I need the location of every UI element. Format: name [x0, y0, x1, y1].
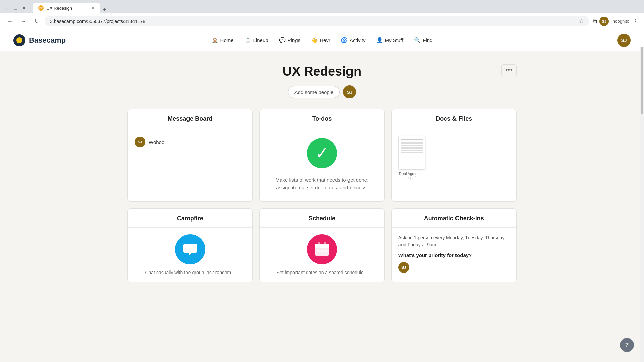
- profile-icon[interactable]: SJ: [599, 17, 609, 26]
- docs-body: Deal Agreement.pdf: [392, 128, 516, 188]
- docs-title: Docs & Files: [398, 115, 509, 122]
- address-bar[interactable]: 3.basecamp.com/5550377/projects/31341178…: [45, 16, 589, 26]
- scrollbar[interactable]: [640, 47, 644, 296]
- extensions-icon: ⧉: [593, 18, 597, 24]
- todos-description: Make lists of work that needs to get don…: [275, 176, 369, 191]
- checkins-header: Automatic Check-ins: [392, 209, 516, 228]
- chat-svg: [182, 241, 198, 257]
- message-item: SJ Wohoo!: [135, 135, 246, 149]
- active-tab[interactable]: BC UX Redesign ✕: [33, 3, 100, 13]
- svg-rect-5: [317, 250, 320, 252]
- nav-lineup[interactable]: 📋 Lineup: [240, 34, 273, 46]
- user-avatar[interactable]: SJ: [617, 34, 631, 47]
- nav-lineup-label: Lineup: [253, 37, 268, 43]
- reload-button[interactable]: ↻: [32, 17, 41, 26]
- nav-pings[interactable]: 💬 Pings: [274, 34, 305, 46]
- campfire-icon: [175, 234, 205, 264]
- doc-lines: [401, 138, 423, 167]
- home-icon: 🏠: [212, 37, 218, 43]
- doc-line: [401, 150, 423, 151]
- nav-home[interactable]: 🏠 Home: [207, 34, 238, 46]
- maximize-button[interactable]: □: [13, 4, 18, 12]
- todos-body: ✓ Make lists of work that needs to get d…: [260, 128, 384, 201]
- pings-icon: 💬: [279, 37, 286, 43]
- checkins-card[interactable]: Automatic Check-ins Asking 1 person ever…: [391, 208, 517, 282]
- scrollbar-thumb[interactable]: [641, 47, 643, 114]
- nav-hey-label: Hey!: [320, 37, 330, 43]
- back-button[interactable]: ←: [5, 17, 15, 26]
- doc-line: [401, 139, 423, 140]
- activity-icon: 🌀: [341, 37, 347, 43]
- message-board-body: SJ Wohoo!: [128, 128, 252, 156]
- bookmark-icon[interactable]: ☆: [579, 18, 584, 24]
- incognito-label: Incognito: [611, 19, 629, 24]
- close-window-button[interactable]: ✕: [21, 4, 28, 12]
- logo-inner: [16, 37, 22, 43]
- browser-nav: ← → ↻ 3.basecamp.com/5550377/projects/31…: [0, 13, 644, 29]
- message-text: Wohoo!: [149, 139, 166, 145]
- tab-title: UX Redesign: [46, 6, 72, 11]
- project-member-avatar: SJ: [343, 85, 356, 98]
- campfire-description: Chat casually with the group, ask random…: [145, 270, 235, 275]
- browser-nav-right: ⧉ SJ Incognito ⋮: [593, 17, 639, 26]
- svg-rect-2: [315, 244, 329, 248]
- svg-rect-6: [321, 250, 323, 252]
- minimize-button[interactable]: ─: [4, 4, 10, 12]
- logo-text: Basecamp: [29, 36, 66, 45]
- schedule-description: Set important dates on a shared schedule…: [277, 270, 368, 275]
- nav-hey[interactable]: 👋 Hey!: [306, 34, 335, 46]
- message-board-header: Message Board: [128, 109, 252, 128]
- nav-find-label: Find: [423, 37, 432, 43]
- hey-icon: 👋: [311, 37, 318, 43]
- project-title: UX Redesign: [127, 64, 517, 79]
- add-people-button[interactable]: Add some people: [288, 86, 340, 98]
- checkins-question: What's your priority for today?: [398, 252, 509, 258]
- campfire-card[interactable]: Campfire Chat casually with the group, a…: [127, 208, 253, 282]
- schedule-card[interactable]: Schedule Set important dates on a: [259, 208, 384, 282]
- todos-title: To-dos: [266, 115, 377, 122]
- find-icon: 🔍: [414, 37, 421, 43]
- nav-find[interactable]: 🔍 Find: [409, 34, 437, 46]
- doc-line: [401, 143, 423, 144]
- message-board-title: Message Board: [135, 115, 246, 122]
- message-avatar: SJ: [135, 137, 145, 147]
- browser-menu-button[interactable]: ⋮: [632, 17, 639, 25]
- doc-line: [401, 145, 423, 146]
- app-header: Basecamp 🏠 Home 📋 Lineup 💬 Pings 👋 Hey! …: [0, 29, 644, 51]
- browser-chrome: ─ □ ✕ BC UX Redesign ✕ + ← → ↻ 3.basecam…: [0, 0, 644, 29]
- app-logo[interactable]: Basecamp: [13, 34, 66, 46]
- schedule-icon: [307, 234, 337, 264]
- forward-button[interactable]: →: [19, 17, 28, 26]
- todos-header: To-dos: [260, 109, 384, 128]
- doc-line: [401, 147, 423, 148]
- message-board-card[interactable]: Message Board SJ Wohoo!: [127, 109, 253, 202]
- doc-item[interactable]: Deal Agreement.pdf: [398, 136, 425, 180]
- people-section: Add some people SJ: [127, 85, 517, 98]
- tab-bar: BC UX Redesign ✕ +: [30, 3, 109, 13]
- docs-files-card[interactable]: Docs & Files: [391, 109, 517, 202]
- doc-line: [401, 142, 423, 143]
- nav-mystuff[interactable]: 👤 My Stuff: [372, 34, 408, 46]
- main-nav: 🏠 Home 📋 Lineup 💬 Pings 👋 Hey! 🌀 Activit…: [207, 34, 437, 46]
- logo-circle: [13, 34, 25, 46]
- todos-card[interactable]: To-dos ✓ Make lists of work that needs t…: [259, 109, 384, 202]
- check-circle: ✓: [307, 138, 337, 168]
- nav-home-label: Home: [220, 37, 234, 43]
- nav-activity[interactable]: 🌀 Activity: [336, 34, 370, 46]
- mystuff-icon: 👤: [376, 37, 383, 43]
- docs-header: Docs & Files: [392, 109, 516, 128]
- checkins-title: Automatic Check-ins: [398, 215, 509, 222]
- checkins-description: Asking 1 person every Monday, Tuesday, T…: [398, 234, 509, 248]
- schedule-title: Schedule: [266, 215, 377, 222]
- tab-favicon: BC: [38, 5, 44, 11]
- schedule-body: Set important dates on a shared schedule…: [260, 228, 384, 282]
- doc-preview: [398, 136, 425, 170]
- more-menu-button[interactable]: •••: [501, 64, 517, 76]
- lineup-icon: 📋: [245, 37, 251, 43]
- doc-line: [401, 152, 423, 153]
- new-tab-button[interactable]: +: [100, 6, 109, 13]
- nav-pings-label: Pings: [288, 37, 301, 43]
- schedule-header: Schedule: [260, 209, 384, 228]
- tab-close-button[interactable]: ✕: [91, 6, 95, 10]
- window-controls: ─ □ ✕: [4, 4, 28, 12]
